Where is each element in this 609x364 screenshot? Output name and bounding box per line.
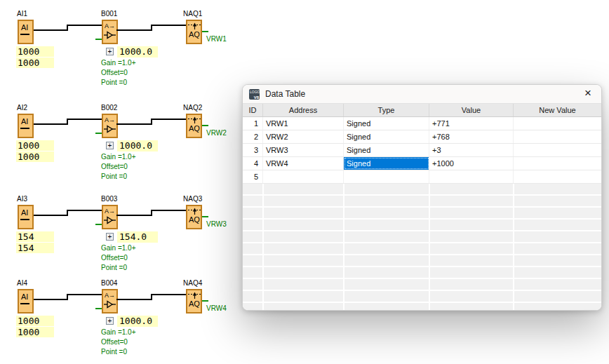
analog-amplifier-block[interactable]: A→ [102,114,118,138]
unconnected-input-stub [95,39,102,40]
point-parameter: Point =0 [101,79,127,86]
column-header-id[interactable]: ID [243,104,263,116]
input-live-value: 1000 [16,151,54,162]
network-analog-output-block[interactable]: AQ [186,20,202,44]
point-parameter: Point =0 [101,348,127,356]
analog-amplifier-block[interactable]: A→ [102,205,118,229]
cell-value[interactable] [429,170,514,183]
wire [34,29,68,31]
analog-line-icon [20,303,29,304]
input-live-value: 1000 [16,316,54,326]
unconnected-input-stub [95,133,102,134]
cell-new-value[interactable] [514,170,601,183]
analog-line-icon [20,128,29,129]
output-block-label: NAQ1 [183,10,202,18]
analog-amplifier-block[interactable]: A→ [102,289,118,314]
input-block-label: AI2 [17,104,27,112]
analog-input-block[interactable]: AI [18,20,34,44]
cell-type[interactable]: Signed [344,144,429,156]
offset-parameter: Offset=0 [101,338,128,346]
network-output-icon [188,292,201,299]
cell-new-value[interactable] [514,130,601,143]
input-block-label: AI3 [17,195,27,203]
cell-address[interactable]: VRW3 [263,144,344,156]
data-table-window: LOGO V8 Data Table × ID Address Type Val… [242,84,602,311]
cell-value[interactable]: +3 [429,144,514,156]
amplifier-block-label: B002 [101,104,117,112]
expand-parameters-button[interactable]: + [106,233,114,241]
table-row: 3 VRW3 Signed +3 [243,144,601,157]
close-icon[interactable]: × [584,87,591,100]
cell-type[interactable]: Signed [344,117,429,130]
wire [67,210,102,211]
cell-type[interactable] [344,170,429,183]
network-analog-output-block[interactable]: AQ [186,205,202,229]
analog-input-block[interactable]: AI [18,289,34,314]
input-live-value: 1000 [16,327,54,337]
cell-address[interactable]: VRW1 [263,117,344,130]
table-row: 1 VRW1 Signed +771 [243,117,601,130]
network-analog-output-block[interactable]: AQ [186,289,202,314]
column-separator [429,184,430,310]
cell-address[interactable]: VRW2 [263,130,344,143]
analog-input-block[interactable]: AI [18,205,34,229]
amplifier-block-label: B001 [101,10,117,18]
network-analog-output-block[interactable]: AQ [186,114,202,138]
fbd-group: AI1 B001 NAQ1 AI A→ AQ [0,10,242,98]
cell-id[interactable]: 3 [243,144,263,156]
output-block-label: NAQ4 [183,279,202,287]
cell-new-value[interactable] [514,117,601,130]
output-block-label: NAQ3 [183,195,202,203]
network-variable-tag: VRW2 [206,129,227,137]
block-live-value: 1000.0 [117,46,158,58]
cell-type-selected[interactable]: Signed [344,157,429,170]
wire [34,299,68,300]
column-header-new-value[interactable]: New Value [514,104,601,116]
column-separator [343,184,344,310]
cell-new-value[interactable] [514,144,601,156]
input-live-value: 1000 [16,58,54,68]
table-header-row: ID Address Type Value New Value [243,104,601,117]
expand-parameters-button[interactable]: + [106,48,114,55]
table-empty-area [243,184,601,310]
input-live-value: 154 [16,231,54,242]
cell-id[interactable]: 4 [243,157,263,170]
analog-amplifier-block[interactable]: A→ [102,20,118,44]
column-header-value[interactable]: Value [429,104,514,116]
cell-address[interactable]: VRW4 [263,157,344,170]
unconnected-input-stub [95,308,102,309]
offset-parameter: Offset=0 [101,163,128,170]
logo-app-icon: LOGO V8 [249,89,260,100]
analog-line-icon [20,34,29,35]
cell-id[interactable]: 1 [243,117,263,130]
cell-value[interactable]: +768 [429,130,514,143]
column-header-type[interactable]: Type [344,104,429,116]
analog-input-block[interactable]: AI [18,114,34,138]
cell-value[interactable]: +1000 [429,157,514,170]
input-live-value: 1000 [16,140,54,151]
expand-parameters-button[interactable]: + [106,317,114,325]
amplifier-icon [103,216,117,224]
wire [116,299,152,300]
fbd-group: AI4 B004 NAQ4 AI A→ AQ [0,279,242,364]
network-output-stub [202,216,208,217]
input-live-value: 154 [16,243,54,253]
column-separator [513,184,514,310]
cell-id[interactable]: 5 [243,170,263,183]
expand-parameters-button[interactable]: + [106,142,114,149]
network-variable-tag: VRW1 [206,35,227,43]
cell-new-value[interactable] [514,157,601,170]
gain-parameter: Gain =1.0+ [101,244,135,252]
wire [34,123,68,125]
amplifier-icon [103,300,117,309]
wire [151,294,186,295]
cell-type[interactable]: Signed [344,130,429,143]
column-header-address[interactable]: Address [263,104,344,116]
amplifier-block-label: B004 [101,279,117,287]
cell-id[interactable]: 2 [243,130,263,143]
network-output-icon [188,22,201,30]
window-titlebar[interactable]: LOGO V8 Data Table × [243,85,601,104]
block-live-value: 1000.0 [117,140,158,151]
cell-address[interactable] [263,170,344,183]
cell-value[interactable]: +771 [429,117,514,130]
